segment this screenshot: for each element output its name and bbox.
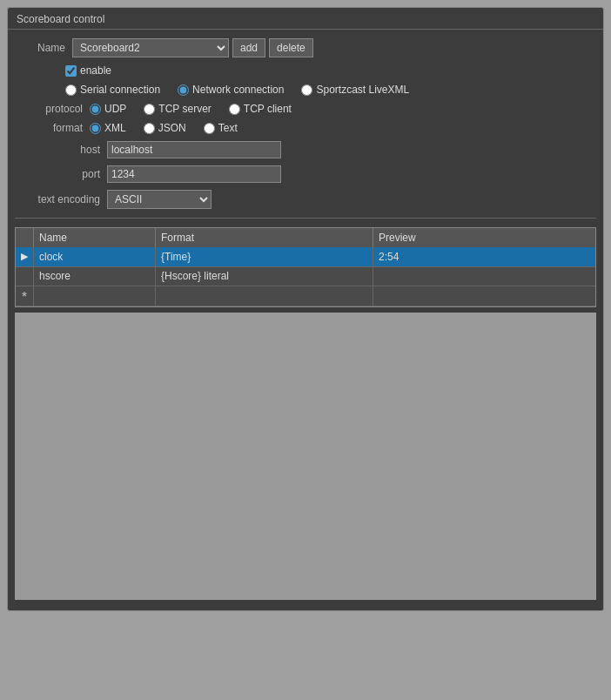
- tcp-client-radio[interactable]: [229, 104, 240, 115]
- host-label: host: [22, 144, 100, 156]
- protocol-label: protocol: [22, 103, 83, 115]
- new-row[interactable]: *: [16, 286, 595, 306]
- col-name: Name: [34, 228, 156, 247]
- divider: [15, 218, 596, 219]
- port-input[interactable]: [107, 165, 281, 183]
- tcp-client-radio-label[interactable]: TCP client: [229, 103, 292, 115]
- serial-connection-radio[interactable]: [65, 84, 77, 96]
- format-row: format XML JSON Text: [8, 122, 603, 134]
- new-row-format: [156, 286, 373, 306]
- col-format: Format: [156, 228, 373, 247]
- row-indicator: ▶: [16, 247, 34, 266]
- serial-connection-radio-label[interactable]: Serial connection: [65, 84, 160, 96]
- protocol-row: protocol UDP TCP server TCP client: [8, 103, 603, 115]
- host-input[interactable]: [107, 141, 281, 158]
- row-name: clock: [34, 247, 156, 266]
- xml-radio[interactable]: [90, 123, 101, 134]
- col-indicator: [16, 228, 34, 247]
- row-format: {Time}: [156, 247, 373, 266]
- tcp-server-radio[interactable]: [144, 104, 155, 115]
- tcp-server-radio-label[interactable]: TCP server: [144, 103, 211, 115]
- port-label: port: [22, 168, 100, 180]
- data-table-container: Name Format Preview ▶ clock {Time} 2:54 …: [15, 227, 596, 307]
- enable-checkbox-label[interactable]: enable: [65, 64, 111, 77]
- row-preview: [373, 266, 596, 286]
- udp-radio-label[interactable]: UDP: [90, 103, 126, 115]
- json-radio-label[interactable]: JSON: [144, 122, 186, 134]
- xml-radio-label[interactable]: XML: [90, 122, 126, 134]
- udp-radio[interactable]: [90, 104, 101, 115]
- connection-type-row: Serial connection Network connection Spo…: [8, 84, 603, 96]
- text-radio[interactable]: [204, 123, 215, 134]
- col-preview: Preview: [373, 228, 596, 247]
- row-indicator: [16, 266, 34, 286]
- encoding-select[interactable]: ASCII UTF-8 UTF-16: [107, 190, 212, 209]
- add-button[interactable]: add: [232, 38, 265, 57]
- sportzcast-radio[interactable]: [301, 84, 312, 96]
- table-header-row: Name Format Preview: [16, 228, 595, 247]
- row-preview: 2:54: [373, 247, 596, 266]
- data-table: Name Format Preview ▶ clock {Time} 2:54 …: [16, 228, 595, 306]
- encoding-row: text encoding ASCII UTF-8 UTF-16: [8, 190, 603, 209]
- network-connection-radio-label[interactable]: Network connection: [178, 84, 284, 96]
- add-row-indicator: *: [16, 286, 34, 306]
- text-radio-label[interactable]: Text: [204, 122, 238, 134]
- enable-row: enable: [8, 64, 603, 77]
- port-row: port: [8, 165, 603, 183]
- sportzcast-radio-label[interactable]: Sportzcast LiveXML: [301, 84, 409, 96]
- row-format: {Hscore} literal: [156, 266, 373, 286]
- panel-title-text: Scoreboard control: [17, 13, 104, 25]
- enable-checkbox[interactable]: [65, 65, 77, 77]
- row-name: hscore: [34, 266, 156, 286]
- new-row-preview: [373, 286, 596, 306]
- gray-area: [15, 313, 596, 600]
- name-label: Name: [22, 42, 65, 54]
- table-row[interactable]: hscore {Hscore} literal: [16, 266, 595, 286]
- name-select[interactable]: Scoreboard2: [72, 38, 229, 57]
- json-radio[interactable]: [144, 123, 155, 134]
- encoding-label: text encoding: [22, 193, 100, 205]
- panel-title: Scoreboard control: [8, 8, 603, 30]
- format-label: format: [22, 122, 83, 134]
- enable-label-text: enable: [80, 64, 111, 77]
- delete-button[interactable]: delete: [269, 38, 313, 57]
- network-connection-radio[interactable]: [178, 84, 189, 96]
- name-row: Name Scoreboard2 add delete: [8, 38, 603, 57]
- table-row[interactable]: ▶ clock {Time} 2:54: [16, 247, 595, 266]
- host-row: host: [8, 141, 603, 158]
- new-row-name: [34, 286, 156, 306]
- scoreboard-control-panel: Scoreboard control Name Scoreboard2 add …: [7, 7, 604, 611]
